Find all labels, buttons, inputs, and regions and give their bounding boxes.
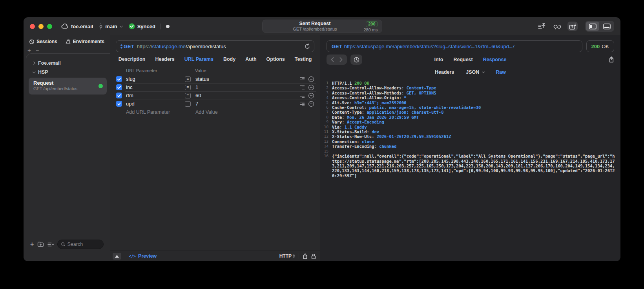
lock-icon[interactable]	[311, 253, 316, 259]
preview-label: Preview	[138, 253, 157, 259]
tab-description[interactable]: Description	[119, 56, 146, 62]
search-icon	[61, 242, 65, 247]
param-value[interactable]: 60	[194, 93, 298, 98]
tab-body[interactable]: Body	[223, 56, 235, 62]
code-line: 15	[320, 149, 617, 154]
tab-environments[interactable]: Environments	[65, 39, 104, 44]
tab-response[interactable]: Response	[483, 57, 507, 62]
forward-button[interactable]	[337, 55, 345, 64]
tab-raw[interactable]: Raw	[496, 69, 506, 75]
sync-status[interactable]: Synced	[129, 23, 155, 29]
param-value[interactable]: 1	[194, 84, 298, 90]
param-checkbox[interactable]	[116, 84, 122, 90]
param-checkbox[interactable]	[116, 76, 122, 82]
response-code[interactable]: 1HTTP/1.1 200 OK2Access-Control-Allow-He…	[320, 77, 620, 261]
tab-sessions[interactable]: Sessions	[29, 39, 57, 44]
param-row[interactable]: slug=status	[113, 75, 316, 83]
project-switcher[interactable]: foe.email	[61, 24, 93, 29]
sidebar-request-item[interactable]: Request GET /api/embed/status	[29, 78, 107, 95]
row-delete-icon[interactable]	[306, 84, 316, 91]
tab-options[interactable]: Options	[266, 56, 285, 62]
request-url[interactable]: https://statuspage.me/api/embed/status	[137, 44, 226, 49]
tree-group-label: Foe.email	[38, 60, 61, 66]
row-text-menu-icon[interactable]	[298, 77, 306, 82]
tab-testing[interactable]: Testing	[295, 56, 312, 62]
import-export-icon[interactable]	[567, 22, 578, 31]
code-line: 3Access-Control-Allow-Methods: GET, OPTI…	[320, 91, 617, 95]
row-text-menu-icon[interactable]	[298, 102, 306, 106]
param-value[interactable]: status	[194, 76, 298, 82]
tree-group-hsp[interactable]: HSP	[28, 67, 108, 76]
code-line: 7Content-Type: application/json; charset…	[320, 110, 617, 115]
minimize-window-button[interactable]	[38, 24, 44, 29]
param-row[interactable]: upd=7	[113, 100, 316, 108]
panel-bottom-icon	[603, 24, 611, 29]
response-status-code: 200	[591, 44, 600, 49]
param-name[interactable]: slug	[125, 76, 185, 82]
tab-headers[interactable]: Headers	[435, 69, 454, 75]
param-name[interactable]: upd	[125, 101, 185, 107]
toggle-left-panel-button[interactable]	[586, 22, 599, 31]
tab-json[interactable]: JSON	[466, 69, 484, 75]
param-row[interactable]: rtm=60	[113, 91, 316, 100]
tab-request[interactable]: Request	[453, 57, 473, 62]
equals-icon: =	[185, 85, 191, 90]
zoom-window-button[interactable]	[47, 24, 52, 29]
row-text-menu-icon[interactable]	[298, 85, 306, 90]
refresh-icon[interactable]	[305, 44, 310, 49]
search-input[interactable]	[67, 242, 100, 247]
param-name[interactable]: inc	[125, 84, 185, 90]
sent-request-pill[interactable]: Sent Request GET /api/embed/status 200 2…	[262, 20, 382, 33]
sort-list-button[interactable]	[47, 242, 54, 247]
line-number: 16	[320, 154, 332, 178]
row-delete-icon[interactable]	[306, 101, 316, 107]
request-url-bar[interactable]: GET https://statuspage.me/api/embed/stat…	[116, 40, 314, 52]
sidebar: Sessions Environments + − Foe.email	[24, 35, 110, 261]
request-status-dot	[99, 84, 103, 88]
param-checkbox[interactable]	[116, 101, 122, 107]
row-delete-icon[interactable]	[306, 76, 316, 82]
param-row[interactable]: inc=1	[113, 83, 316, 91]
code-line: 11X-Status-Build: dev	[320, 129, 617, 134]
sync-loop-icon[interactable]	[552, 22, 562, 31]
response-pane: GET https://statuspage.me/api/embed/stat…	[320, 35, 620, 261]
send-queue-icon[interactable]	[537, 22, 547, 31]
back-button[interactable]	[328, 55, 337, 64]
param-name[interactable]: rtm	[125, 93, 185, 98]
param-value[interactable]: 7	[194, 101, 298, 107]
add-item-button[interactable]: +	[27, 48, 31, 53]
share-icon[interactable]	[303, 253, 308, 259]
code-line: 5Alt-Svc: h3=":443"; ma=2592000	[320, 100, 617, 105]
protocol-selector[interactable]: HTTP	[279, 253, 295, 259]
tab-auth[interactable]: Auth	[245, 56, 256, 62]
params-table-body: slug=statusinc=1rtm=60upd=7	[113, 75, 316, 108]
request-tabs: DescriptionHeadersURL ParamsBodyAuthOpti…	[110, 52, 320, 66]
close-window-button[interactable]	[30, 24, 35, 29]
row-text-menu-icon[interactable]	[298, 93, 306, 98]
line-number: 8	[320, 115, 332, 120]
collapse-panel-button[interactable]	[113, 253, 121, 260]
sidebar-search[interactable]	[57, 240, 104, 249]
equals-icon: =	[185, 76, 191, 82]
tab-info[interactable]: Info	[434, 57, 443, 62]
synced-check-icon	[129, 23, 135, 29]
new-folder-button[interactable]	[37, 242, 44, 247]
share-icon[interactable]	[609, 56, 614, 63]
branch-switcher[interactable]: main	[99, 23, 122, 30]
toggle-bottom-panel-button[interactable]	[600, 22, 613, 31]
tree-group-foe-email[interactable]: Foe.email	[28, 58, 108, 67]
add-param-row[interactable]: Add URL Parameter Add Value	[113, 108, 316, 116]
preview-button[interactable]: </> Preview	[129, 253, 157, 259]
remove-item-button[interactable]: −	[36, 48, 39, 53]
sent-request-subtitle: GET /api/embed/status	[266, 27, 364, 32]
new-request-button[interactable]: +	[30, 241, 34, 248]
row-delete-icon[interactable]	[306, 93, 316, 99]
tab-url-params[interactable]: URL Params	[184, 56, 213, 62]
tab-headers[interactable]: Headers	[155, 56, 174, 62]
add-param-value-placeholder[interactable]: Add Value	[194, 109, 298, 115]
history-button[interactable]	[350, 55, 362, 65]
param-checkbox[interactable]	[116, 93, 122, 98]
add-param-name-placeholder[interactable]: Add URL Parameter	[125, 109, 185, 115]
method-dropdown[interactable]: GET	[120, 44, 134, 49]
response-url-bar[interactable]: GET https://statuspage.me/api/embed/stat…	[327, 40, 582, 52]
